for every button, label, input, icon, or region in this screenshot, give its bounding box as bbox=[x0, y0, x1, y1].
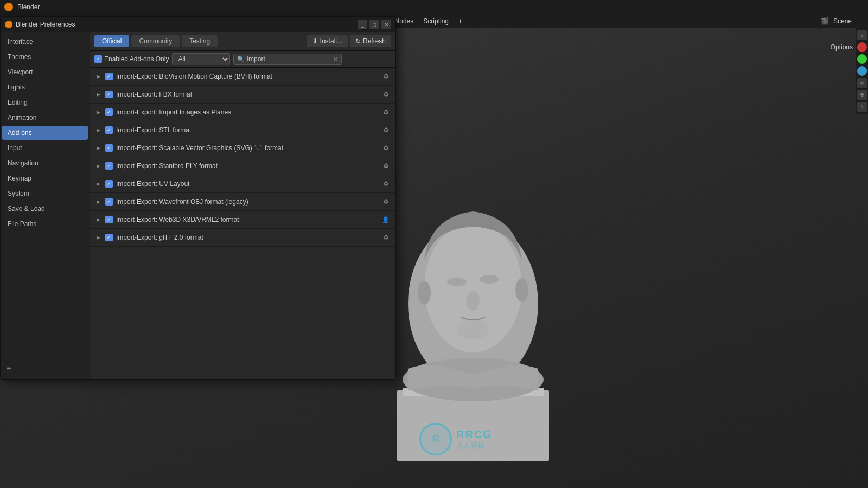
addon-checkbox[interactable]: ✓ bbox=[105, 198, 113, 206]
install-icon: ⬇ bbox=[312, 37, 318, 45]
addon-item-gltf[interactable]: ▶ ✓ Import-Export: glTF 2.0 format ♻ bbox=[90, 229, 395, 247]
svg-point-9 bbox=[418, 281, 431, 305]
viewport-icon-5[interactable]: ≋ bbox=[857, 78, 867, 88]
app-title: Blender bbox=[17, 3, 40, 11]
addon-checkbox[interactable]: ✓ bbox=[105, 108, 113, 116]
svg-point-10 bbox=[515, 278, 528, 302]
addon-item-stl[interactable]: ▶ ✓ Import-Export: STL format ♻ bbox=[90, 121, 395, 139]
addon-expand-icon[interactable]: ▶ bbox=[94, 108, 102, 116]
enabled-only-checkbox[interactable]: ✓ Enabled Add-ons Only bbox=[94, 55, 169, 63]
addons-filter-row: ✓ Enabled Add-ons Only All Import-Export… bbox=[90, 51, 395, 68]
dialog-logo-icon bbox=[5, 21, 12, 28]
addon-expand-icon[interactable]: ▶ bbox=[94, 162, 102, 170]
addon-checkbox[interactable]: ✓ bbox=[105, 144, 113, 152]
addons-main-panel: Official Community Testing ⬇ Install... … bbox=[90, 32, 395, 379]
addon-expand-icon[interactable]: ▶ bbox=[94, 180, 102, 188]
sidebar-item-animation[interactable]: Animation bbox=[2, 111, 88, 125]
viewport-icon-2[interactable] bbox=[857, 42, 867, 52]
addon-refresh-icon[interactable]: ♻ bbox=[380, 178, 391, 189]
tab-official[interactable]: Official bbox=[94, 35, 129, 47]
sidebar-item-editing[interactable]: Editing bbox=[2, 95, 88, 110]
addon-expand-icon[interactable]: ▶ bbox=[94, 126, 102, 134]
viewport-icon-4[interactable] bbox=[857, 66, 867, 76]
dialog-titlebar: Blender Preferences _ □ ✕ bbox=[1, 17, 395, 32]
sidebar-item-input[interactable]: Input bbox=[2, 141, 88, 155]
addon-checkbox[interactable]: ✓ bbox=[105, 73, 113, 80]
addon-item-fbx[interactable]: ▶ ✓ Import-Export: FBX format ♻ bbox=[90, 86, 395, 104]
addon-item-uv-layout[interactable]: ▶ ✓ Import-Export: UV Layout ♻ bbox=[90, 175, 395, 193]
addon-expand-icon[interactable]: ▶ bbox=[94, 73, 102, 80]
install-label: Install... bbox=[320, 37, 342, 45]
addon-item-bvh[interactable]: ▶ ✓ Import-Export: BioVision Motion Capt… bbox=[90, 68, 395, 86]
tab-community[interactable]: Community bbox=[131, 35, 180, 47]
addon-refresh-icon[interactable]: ♻ bbox=[380, 232, 391, 243]
viewport-icon-6[interactable]: ⚙ bbox=[857, 90, 867, 100]
addons-tabs-row: Official Community Testing ⬇ Install... … bbox=[90, 32, 395, 51]
sidebar-item-lights[interactable]: Lights bbox=[2, 80, 88, 94]
addon-name: Import-Export: STL format bbox=[116, 126, 377, 134]
sidebar-item-navigation[interactable]: Navigation bbox=[2, 156, 88, 170]
addon-item-obj[interactable]: ▶ ✓ Import-Export: Wavefront OBJ format … bbox=[90, 193, 395, 211]
addon-item-x3d[interactable]: ▶ ✓ Import-Export: Web3D X3D/VRML2 forma… bbox=[90, 211, 395, 229]
install-button[interactable]: ⬇ Install... bbox=[307, 35, 348, 47]
addon-item-svg[interactable]: ▶ ✓ Import-Export: Scalable Vector Graph… bbox=[90, 139, 395, 157]
addon-name: Import-Export: Wavefront OBJ format (leg… bbox=[116, 198, 377, 206]
sidebar-item-viewport[interactable]: Viewport bbox=[2, 65, 88, 79]
addon-checkbox[interactable]: ✓ bbox=[105, 162, 113, 170]
search-box: 🔍 ✕ bbox=[233, 54, 342, 65]
watermark-circle-icon: R bbox=[419, 423, 452, 455]
dialog-minimize-button[interactable]: _ bbox=[358, 20, 367, 29]
svg-point-7 bbox=[467, 291, 480, 311]
addon-refresh-icon[interactable]: ♻ bbox=[380, 71, 391, 82]
sidebar-menu-icon[interactable]: ≡ bbox=[1, 361, 90, 377]
addon-checkbox[interactable]: ✓ bbox=[105, 126, 113, 134]
category-dropdown[interactable]: All Import-Export Animation Mesh Object … bbox=[172, 53, 230, 65]
addon-name: Import-Export: FBX format bbox=[116, 91, 377, 98]
refresh-button[interactable]: ↻ Refresh bbox=[350, 35, 391, 47]
search-input[interactable] bbox=[247, 55, 331, 63]
dialog-close-button[interactable]: ✕ bbox=[381, 20, 391, 29]
watermark-text: RRCG 人人素材 bbox=[456, 428, 493, 451]
addon-refresh-icon[interactable]: ♻ bbox=[380, 160, 391, 171]
addon-checkbox[interactable]: ✓ bbox=[105, 216, 113, 223]
preferences-sidebar: Interface Themes Viewport Lights Editing… bbox=[1, 32, 90, 379]
sidebar-item-system[interactable]: System bbox=[2, 187, 88, 201]
addon-name: Import-Export: Import Images as Planes bbox=[116, 108, 377, 116]
addon-checkbox[interactable]: ✓ bbox=[105, 234, 113, 241]
addon-name: Import-Export: UV Layout bbox=[116, 180, 377, 188]
addon-expand-icon[interactable]: ▶ bbox=[94, 198, 102, 206]
sidebar-item-save-load[interactable]: Save & Load bbox=[2, 202, 88, 216]
addon-checkbox[interactable]: ✓ bbox=[105, 180, 113, 188]
addon-refresh-icon[interactable]: ♻ bbox=[380, 107, 391, 118]
addon-checkbox[interactable]: ✓ bbox=[105, 91, 113, 98]
addon-expand-icon[interactable]: ▶ bbox=[94, 216, 102, 223]
addon-refresh-icon[interactable]: ♻ bbox=[380, 125, 391, 136]
viewport-icon-1[interactable]: ? bbox=[857, 30, 867, 40]
sidebar-item-file-paths[interactable]: File Paths bbox=[2, 217, 88, 231]
addon-expand-icon[interactable]: ▶ bbox=[94, 91, 102, 98]
viewport-icon-3[interactable] bbox=[857, 54, 867, 64]
addon-expand-icon[interactable]: ▶ bbox=[94, 234, 102, 241]
addon-expand-icon[interactable]: ▶ bbox=[94, 144, 102, 152]
svg-point-5 bbox=[447, 278, 467, 286]
scene-icon: 🎬 bbox=[821, 17, 829, 25]
options-panel: Options bbox=[831, 43, 853, 51]
sidebar-item-keymap[interactable]: Keymap bbox=[2, 171, 88, 185]
addon-refresh-icon[interactable]: ♻ bbox=[380, 89, 391, 100]
addon-item-images-planes[interactable]: ▶ ✓ Import-Export: Import Images as Plan… bbox=[90, 104, 395, 121]
sidebar-item-themes[interactable]: Themes bbox=[2, 50, 88, 64]
header-add-tab-button[interactable]: + bbox=[454, 16, 467, 26]
addon-refresh-icon[interactable]: ♻ bbox=[380, 143, 391, 153]
viewport-icon-7[interactable]: # bbox=[857, 102, 867, 112]
search-clear-button[interactable]: ✕ bbox=[333, 56, 338, 63]
addon-item-ply[interactable]: ▶ ✓ Import-Export: Stanford PLY format ♻ bbox=[90, 157, 395, 175]
addon-refresh-icon[interactable]: ♻ bbox=[380, 196, 391, 207]
sidebar-item-interface[interactable]: Interface bbox=[2, 35, 88, 49]
dialog-maximize-button[interactable]: □ bbox=[369, 20, 379, 29]
header-tab-scripting[interactable]: Scripting bbox=[419, 16, 453, 26]
tab-testing[interactable]: Testing bbox=[182, 35, 218, 47]
addon-name: Import-Export: glTF 2.0 format bbox=[116, 234, 377, 241]
sidebar-item-addons[interactable]: Add-ons bbox=[2, 126, 88, 140]
enabled-only-label: Enabled Add-ons Only bbox=[104, 55, 169, 63]
options-label: Options bbox=[831, 43, 853, 51]
